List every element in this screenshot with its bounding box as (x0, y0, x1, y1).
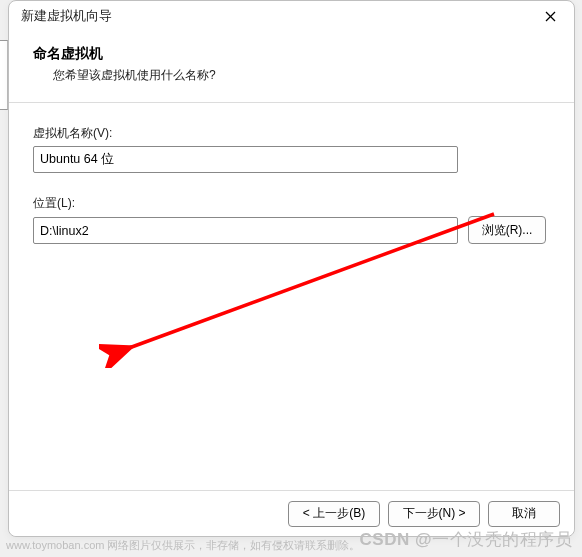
back-button[interactable]: < 上一步(B) (288, 501, 380, 527)
watermark-source: www.toymoban.com 网络图片仅供展示，非存储，如有侵权请联系删除。 (6, 538, 360, 553)
browse-button[interactable]: 浏览(R)... (468, 216, 546, 244)
wizard-window: 新建虚拟机向导 命名虚拟机 您希望该虚拟机使用什么名称? 虚拟机名称(V): 位… (8, 0, 575, 537)
vm-location-label: 位置(L): (33, 195, 550, 212)
cancel-button[interactable]: 取消 (488, 501, 560, 527)
close-icon (545, 11, 556, 22)
titlebar: 新建虚拟机向导 (9, 1, 574, 31)
vm-name-label: 虚拟机名称(V): (33, 125, 550, 142)
watermark-author: CSDN @一个没秃的程序员 (360, 528, 572, 551)
left-edge-fragment (0, 40, 8, 110)
watermark-author-name: 一个没秃的程序员 (432, 530, 572, 549)
header-subtitle: 您希望该虚拟机使用什么名称? (33, 67, 550, 84)
wizard-content: 虚拟机名称(V): 位置(L): 浏览(R)... (9, 103, 574, 490)
next-button[interactable]: 下一步(N) > (388, 501, 480, 527)
watermark-csdn: CSDN @ (360, 530, 432, 549)
header-title: 命名虚拟机 (33, 45, 550, 63)
close-button[interactable] (534, 2, 566, 30)
location-field-row: 位置(L): 浏览(R)... (33, 195, 550, 244)
vm-location-input[interactable] (33, 217, 458, 244)
vm-name-input[interactable] (33, 146, 458, 173)
wizard-header: 命名虚拟机 您希望该虚拟机使用什么名称? (9, 31, 574, 103)
window-title: 新建虚拟机向导 (21, 8, 534, 25)
name-field-row: 虚拟机名称(V): (33, 125, 550, 173)
